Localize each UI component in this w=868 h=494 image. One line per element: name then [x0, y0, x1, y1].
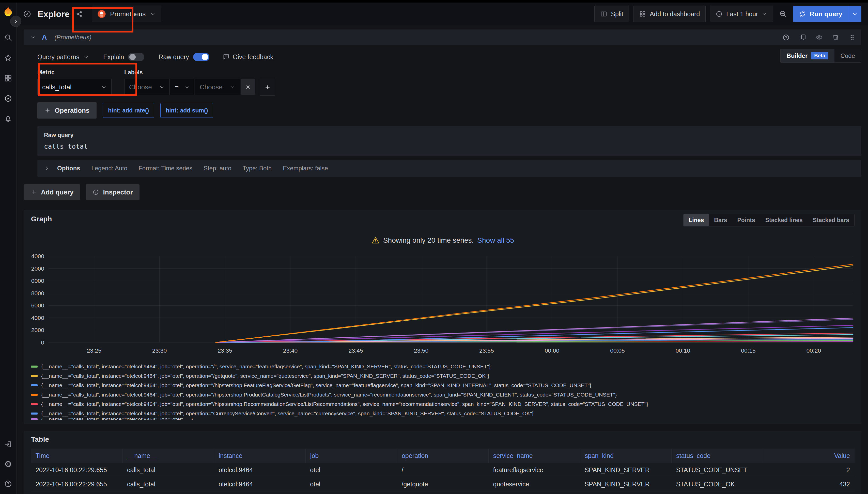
dashboards-icon[interactable] — [4, 74, 12, 82]
column-header-status-code[interactable]: status_code — [672, 449, 763, 463]
labels-field-label: Labels — [124, 69, 275, 76]
x-axis-tick-label: 23:50 — [414, 347, 429, 354]
column-header-job[interactable]: job — [305, 449, 397, 463]
code-mode-tab[interactable]: Code — [834, 49, 861, 62]
topbar: Explore Prometheus Split — [16, 2, 868, 25]
copy-icon[interactable] — [799, 34, 806, 41]
metric-select[interactable]: calls_total — [37, 79, 111, 95]
main-content: A (Prometheus) Query patterns Explain — [16, 25, 868, 494]
run-query-button[interactable]: Run query — [793, 6, 848, 22]
legend-swatch — [31, 394, 38, 396]
sidebar-expand-button[interactable] — [10, 16, 21, 27]
legend-item-3[interactable]: {__name__="calls_total", instance="otelc… — [31, 390, 854, 399]
table-cell: otelcol:9464 — [214, 477, 305, 492]
hint-buttons: hint: add rate()hint: add sum() — [103, 103, 213, 118]
time-range-picker[interactable]: Last 1 hour — [710, 5, 773, 22]
help-icon[interactable] — [4, 480, 12, 488]
table-cell: STATUS_CODE_OK — [672, 477, 763, 492]
options-bar[interactable]: Options Legend: AutoFormat: Time seriesS… — [37, 160, 862, 177]
chevron-down-icon — [230, 84, 235, 90]
show-all-series-link[interactable]: Show all 55 — [477, 236, 514, 245]
remove-label-filter-button[interactable] — [241, 79, 255, 95]
label-operator-select[interactable]: = — [170, 79, 194, 95]
explain-switch[interactable] — [128, 53, 144, 61]
raw-query-switch[interactable] — [193, 53, 210, 61]
datasource-picker[interactable]: Prometheus — [92, 5, 161, 22]
query-row-header[interactable]: A (Prometheus) — [24, 30, 862, 45]
inspector-button[interactable]: Inspector — [86, 184, 140, 200]
options-meta: Legend: AutoFormat: Time seriesStep: aut… — [91, 165, 328, 172]
raw-query-value: calls_total — [44, 142, 855, 150]
legend-item-5[interactable]: {__name__="calls_total", instance="otelc… — [31, 409, 854, 418]
star-icon[interactable] — [4, 54, 12, 62]
graph-mode-stacked-bars[interactable]: Stacked bars — [808, 214, 854, 226]
column-header-span-kind[interactable]: span_kind — [580, 449, 672, 463]
legend-item-2[interactable]: {__name__="calls_total", instance="otelc… — [31, 381, 854, 390]
table-cell: 432 — [763, 477, 854, 492]
chevron-right-icon — [13, 19, 18, 24]
legend-item-4[interactable]: {__name__="calls_total", instance="otelc… — [31, 399, 854, 409]
hint-button-0[interactable]: hint: add rate() — [103, 103, 154, 118]
y-axis-tick-label: 4000 — [31, 315, 44, 321]
graph-mode-lines[interactable]: Lines — [684, 214, 709, 226]
zoom-out-button[interactable] — [777, 6, 789, 22]
graph-mode-bars[interactable]: Bars — [709, 214, 732, 226]
alerting-bell-icon[interactable] — [4, 115, 12, 123]
graph-mode-stacked-lines[interactable]: Stacked lines — [760, 214, 808, 226]
collapse-chevron-icon[interactable] — [30, 34, 36, 40]
close-icon — [245, 84, 251, 90]
legend-item-label: {__name__="calls_total", instance="otelc… — [41, 401, 648, 407]
table-cell: STATUS_CODE_UNSET — [672, 492, 763, 494]
x-axis-tick-label: 00:00 — [545, 347, 559, 354]
x-axis-tick-label: 23:35 — [217, 347, 232, 354]
query-patterns-button[interactable]: Query patterns — [37, 53, 89, 61]
column-header---name--[interactable]: __name__ — [123, 449, 214, 463]
column-header-value[interactable]: Value — [763, 449, 854, 463]
table-cell: /getquote — [397, 477, 488, 492]
table-header-row: Time__name__instancejoboperationservice_… — [31, 449, 854, 463]
column-header-service-name[interactable]: service_name — [489, 449, 580, 463]
raw-query-toggle[interactable]: Raw query — [159, 53, 210, 61]
time-range-label: Last 1 hour — [726, 11, 758, 18]
options-label: Options — [57, 165, 80, 172]
explain-toggle[interactable]: Explain — [103, 53, 144, 61]
column-header-instance[interactable]: instance — [214, 449, 305, 463]
legend-item-1[interactable]: {__name__="calls_total", instance="otelc… — [31, 371, 854, 381]
option-meta-0: Legend: Auto — [91, 165, 127, 172]
share-icon[interactable] — [76, 10, 83, 18]
explore-compass-icon[interactable] — [4, 94, 12, 102]
sign-in-icon[interactable] — [4, 440, 12, 448]
drag-handle-icon[interactable] — [848, 34, 856, 41]
builder-mode-tab[interactable]: Builder Beta — [781, 49, 834, 62]
trash-icon[interactable] — [832, 34, 839, 41]
label-value-select[interactable]: Choose — [195, 79, 240, 95]
split-button[interactable]: Split — [594, 5, 629, 22]
column-header-time[interactable]: Time — [31, 449, 123, 463]
legend-item-0[interactable]: {__name__="calls_total", instance="otelc… — [31, 362, 854, 371]
grafana-logo-icon[interactable] — [2, 6, 14, 18]
y-axis-tick-label: 2000 — [31, 327, 44, 333]
run-query-dropdown[interactable] — [848, 6, 862, 22]
eye-icon[interactable] — [815, 34, 823, 41]
operations-button[interactable]: Operations — [37, 102, 96, 118]
column-header-operation[interactable]: operation — [397, 449, 488, 463]
settings-gear-icon[interactable] — [4, 460, 12, 468]
datasource-name: Prometheus — [110, 10, 146, 18]
legend-item-partial[interactable]: {__name__="calls_total", instance="otelc… — [31, 418, 854, 420]
label-key-select[interactable]: Choose — [124, 79, 169, 95]
table-cell: SPAN_KIND_SERVER — [580, 463, 672, 477]
help-circle-icon[interactable] — [782, 34, 790, 41]
add-to-dashboard-button[interactable]: Add to dashboard — [633, 5, 706, 22]
labels-field: Labels Choose = Choose — [124, 69, 275, 96]
x-axis-tick-label: 23:55 — [479, 347, 494, 354]
topbar-left: Explore Prometheus — [23, 5, 161, 22]
graph-mode-points[interactable]: Points — [732, 214, 760, 226]
table-cell: 2 — [763, 463, 854, 477]
add-label-filter-button[interactable] — [260, 79, 275, 96]
inspector-label: Inspector — [103, 188, 133, 196]
y-axis-tick-label: 12000 — [31, 265, 44, 272]
add-query-button[interactable]: Add query — [24, 184, 80, 200]
give-feedback-button[interactable]: Give feedback — [222, 53, 273, 61]
search-icon[interactable] — [4, 34, 12, 42]
hint-button-1[interactable]: hint: add sum() — [160, 103, 213, 118]
